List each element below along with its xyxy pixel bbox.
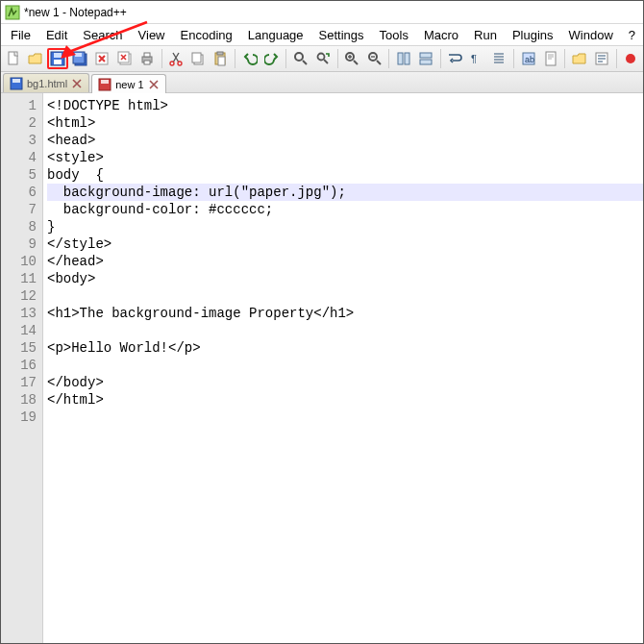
tab-close-icon[interactable] — [148, 79, 160, 90]
line-number: 14 — [1, 322, 37, 339]
code-line[interactable]: <body> — [47, 270, 643, 287]
window-title: *new 1 - Notepad++ — [24, 6, 127, 19]
open-file-icon[interactable] — [25, 48, 45, 69]
line-number: 8 — [1, 218, 37, 235]
svg-rect-20 — [218, 57, 225, 65]
undo-icon[interactable] — [239, 48, 260, 69]
toolbar-separator — [285, 49, 286, 68]
code-line[interactable]: </head> — [47, 253, 643, 270]
code-line[interactable] — [47, 357, 643, 374]
code-line[interactable]: background-image: url("paper.jpg"); — [47, 184, 643, 201]
svg-point-15 — [178, 62, 182, 65]
svg-point-21 — [295, 53, 303, 61]
svg-rect-26 — [405, 53, 409, 64]
doc-map-icon[interactable] — [540, 48, 560, 69]
svg-rect-17 — [192, 53, 201, 62]
sync-v-icon[interactable] — [393, 48, 413, 69]
code-line[interactable]: background-color: #cccccc; — [47, 201, 643, 218]
svg-rect-13 — [144, 61, 150, 64]
tab-inactive[interactable]: bg1.html — [3, 73, 89, 92]
editor-area: 12345678910111213141516171819 <!DOCTYPE … — [1, 93, 643, 643]
print-icon[interactable] — [136, 48, 157, 69]
line-number: 12 — [1, 287, 37, 305]
code-line[interactable]: <!DOCTYPE html> — [47, 97, 643, 114]
svg-rect-4 — [54, 60, 62, 64]
code-line[interactable]: <style> — [47, 149, 643, 166]
code-line[interactable]: <h1>The background-image Property</h1> — [47, 305, 643, 322]
wordwrap-icon[interactable] — [444, 48, 464, 69]
svg-point-22 — [318, 54, 325, 61]
svg-rect-3 — [54, 53, 62, 58]
line-number: 16 — [1, 357, 37, 374]
save-all-icon[interactable] — [70, 48, 90, 69]
menu-help[interactable]: ? — [621, 26, 643, 44]
toolbar-separator — [161, 49, 162, 68]
tab-label: new 1 — [115, 79, 143, 90]
menu-macro[interactable]: Macro — [416, 26, 466, 44]
save-icon[interactable] — [47, 48, 67, 69]
svg-rect-28 — [420, 60, 432, 64]
code-line[interactable] — [47, 287, 643, 305]
record-icon[interactable] — [621, 48, 641, 69]
code-line[interactable]: <p>Hello World!</p> — [47, 339, 643, 357]
zoom-out-icon[interactable] — [364, 48, 384, 69]
menu-tools[interactable]: Tools — [372, 26, 416, 44]
menu-run[interactable]: Run — [466, 26, 505, 44]
menu-window[interactable]: Window — [561, 26, 621, 44]
menu-encoding[interactable]: Encoding — [173, 26, 240, 44]
code-line[interactable]: </html> — [47, 391, 643, 409]
menu-language[interactable]: Language — [240, 26, 311, 44]
tab-active[interactable]: new 1 — [91, 74, 165, 93]
menu-search[interactable]: Search — [75, 26, 130, 44]
menu-edit[interactable]: Edit — [38, 26, 75, 44]
find-icon[interactable] — [290, 48, 310, 69]
new-file-icon[interactable] — [3, 48, 23, 69]
close-icon[interactable] — [92, 48, 112, 69]
copy-icon[interactable] — [188, 48, 209, 69]
code-line[interactable] — [47, 322, 643, 339]
zoom-in-icon[interactable] — [342, 48, 362, 69]
line-number: 1 — [1, 97, 37, 114]
app-icon — [5, 5, 20, 20]
line-number: 15 — [1, 339, 37, 357]
line-number: 18 — [1, 391, 37, 409]
code-line[interactable]: <html> — [47, 114, 643, 132]
line-number: 17 — [1, 374, 37, 391]
title-bar: *new 1 - Notepad++ — [1, 1, 643, 24]
tab-close-icon[interactable] — [71, 78, 83, 89]
folder-icon[interactable] — [569, 48, 589, 69]
toolbar-separator — [564, 49, 565, 68]
redo-icon[interactable] — [261, 48, 282, 69]
line-number: 11 — [1, 270, 37, 287]
cut-icon[interactable] — [165, 48, 186, 69]
code-line[interactable]: <head> — [47, 132, 643, 149]
menu-file[interactable]: File — [3, 26, 38, 44]
function-list-icon[interactable] — [592, 48, 612, 69]
code-line[interactable]: body { — [47, 166, 643, 184]
indent-guide-icon[interactable] — [489, 48, 509, 69]
menu-view[interactable]: View — [131, 26, 173, 44]
code-line[interactable] — [47, 409, 643, 426]
line-number-gutter: 12345678910111213141516171819 — [1, 93, 43, 643]
svg-rect-19 — [217, 52, 223, 55]
menu-plugins[interactable]: Plugins — [505, 26, 561, 44]
code-line[interactable]: </body> — [47, 374, 643, 391]
toolbar-separator — [388, 49, 389, 68]
line-number: 7 — [1, 201, 37, 218]
code-line[interactable]: } — [47, 218, 643, 235]
tab-label: bg1.html — [27, 78, 67, 89]
close-all-icon[interactable] — [114, 48, 135, 69]
paste-icon[interactable] — [211, 48, 231, 69]
line-number: 9 — [1, 235, 37, 253]
svg-point-14 — [170, 62, 174, 65]
all-chars-icon[interactable]: ¶ — [467, 48, 487, 69]
line-number: 5 — [1, 166, 37, 184]
code-area[interactable]: <!DOCTYPE html><html><head><style>body {… — [43, 93, 643, 643]
sync-h-icon[interactable] — [415, 48, 435, 69]
replace-icon[interactable] — [313, 48, 334, 69]
menu-settings[interactable]: Settings — [311, 26, 372, 44]
code-line[interactable]: </style> — [47, 235, 643, 253]
lang-icon[interactable]: ab — [518, 48, 538, 69]
svg-rect-36 — [12, 79, 20, 83]
svg-rect-7 — [75, 53, 82, 57]
